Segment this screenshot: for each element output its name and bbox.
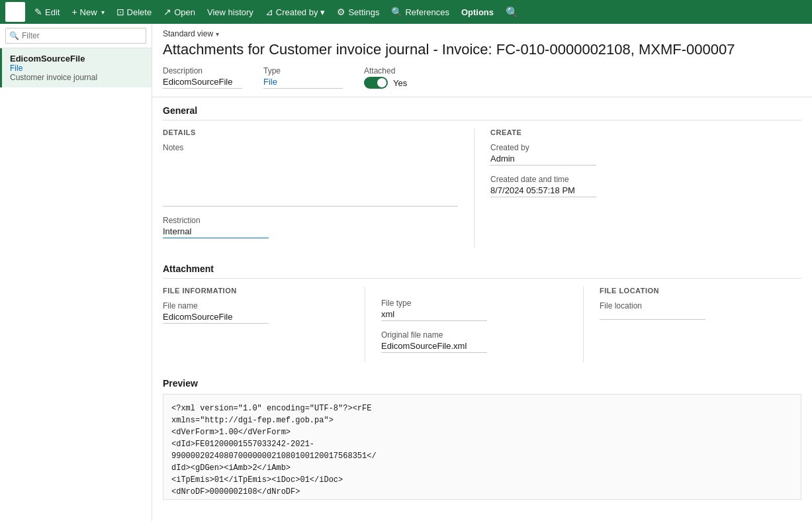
form-header-row: Description EdicomSourceFile Type File A… [152, 66, 812, 97]
sidebar: 🔍 EdicomSourceFile File Customer invoice… [0, 24, 152, 521]
file-name-value: EdicomSourceFile [163, 312, 269, 324]
attached-toggle[interactable] [364, 77, 388, 89]
create-col: CREATE Created by Admin Created date and… [474, 128, 801, 248]
notes-label: Notes [163, 143, 458, 152]
new-dropdown-icon: ▾ [101, 9, 105, 16]
preview-title: Preview [163, 378, 801, 389]
new-icon: + [71, 7, 77, 17]
details-title: DETAILS [163, 128, 458, 136]
open-icon: ↗ [163, 7, 171, 17]
sidebar-item-name: EdicomSourceFile [10, 54, 144, 64]
file-location-row: File location [600, 301, 786, 322]
type-value[interactable]: File [263, 77, 343, 89]
file-name-row: File name EdicomSourceFile [163, 301, 349, 324]
content-area: Standard view ▾ Attachments for Customer… [152, 24, 812, 521]
standard-view-dropdown-icon[interactable]: ▾ [216, 30, 219, 38]
restriction-label: Restriction [163, 216, 458, 225]
file-location-value [600, 318, 705, 320]
created-by-row: Created by Admin [490, 143, 786, 166]
notes-value[interactable] [163, 154, 458, 207]
create-title: CREATE [490, 128, 786, 136]
edit-icon: ✎ [34, 7, 42, 17]
svg-rect-2 [9, 13, 14, 18]
new-button[interactable]: + New ▾ [66, 4, 109, 20]
created-by-value: Admin [490, 154, 596, 166]
view-history-button[interactable]: View history [202, 5, 259, 20]
description-label: Description [163, 66, 242, 75]
filter-input[interactable] [5, 28, 146, 44]
general-section-title: General [163, 105, 801, 120]
attached-field: Attached Yes [364, 66, 407, 89]
created-by-button[interactable]: ⊿ Created by ▾ [260, 4, 331, 20]
attached-value: Yes [393, 78, 407, 88]
attachment-grid: FILE INFORMATION File name EdicomSourceF… [163, 287, 801, 362]
description-field: Description EdicomSourceFile [163, 66, 242, 89]
file-type-col: File type xml Original file name EdicomS… [365, 287, 583, 362]
preview-content[interactable]: <?xml version="1.0" encoding="UTF-8"?><r… [163, 394, 801, 500]
file-type-label: File type [381, 299, 567, 308]
sidebar-active-item[interactable]: EdicomSourceFile File Customer invoice j… [0, 48, 152, 87]
attachment-section: Attachment FILE INFORMATION File name Ed… [152, 256, 812, 370]
top-navigation: ✎ Edit + New ▾ ⊡ Delete ↗ Open View hist… [0, 0, 812, 24]
restriction-row: Restriction Internal [163, 216, 458, 238]
app-logo[interactable] [5, 2, 25, 22]
svg-rect-3 [17, 13, 21, 18]
file-location-title: FILE LOCATION [600, 287, 786, 295]
settings-icon: ⚙ [337, 7, 345, 17]
created-by-label: Created by [490, 143, 786, 152]
original-file-row: Original file name EdicomSourceFile.xml [381, 330, 567, 353]
options-button[interactable]: Options [456, 5, 499, 20]
created-date-value: 8/7/2024 05:57:18 PM [490, 185, 596, 197]
file-location-label: File location [600, 301, 786, 310]
created-date-row: Created date and time 8/7/2024 05:57:18 … [490, 175, 786, 197]
preview-section: Preview <?xml version="1.0" encoding="UT… [152, 370, 812, 508]
general-grid: DETAILS Notes Restriction Internal CREAT… [163, 128, 801, 248]
sidebar-item-type[interactable]: File [10, 64, 144, 73]
settings-button[interactable]: ⚙ Settings [332, 4, 384, 20]
filter-search-icon: 🔍 [9, 31, 19, 40]
notes-row: Notes [163, 143, 458, 207]
edit-button[interactable]: ✎ Edit [29, 4, 65, 20]
file-info-col: FILE INFORMATION File name EdicomSourceF… [163, 287, 365, 362]
created-by-dropdown-icon: ▾ [320, 7, 325, 17]
sidebar-filter-area: 🔍 [0, 24, 152, 48]
general-section: General DETAILS Notes Restriction Intern… [152, 97, 812, 256]
open-button[interactable]: ↗ Open [158, 4, 201, 20]
main-layout: 🔍 EdicomSourceFile File Customer invoice… [0, 24, 812, 521]
attachment-section-title: Attachment [163, 263, 801, 279]
sidebar-item-source: Customer invoice journal [10, 73, 144, 82]
references-icon: 🔍 [391, 7, 402, 17]
delete-icon: ⊡ [116, 7, 124, 17]
page-title: Attachments for Customer invoice journal… [152, 41, 812, 66]
svg-rect-1 [17, 6, 21, 11]
delete-button[interactable]: ⊡ Delete [111, 4, 158, 20]
file-name-label: File name [163, 301, 349, 310]
standard-view-bar: Standard view ▾ [152, 24, 812, 41]
original-file-value: EdicomSourceFile.xml [381, 341, 487, 353]
attached-label: Attached [364, 66, 407, 75]
description-value: EdicomSourceFile [163, 77, 242, 89]
type-label: Type [263, 66, 343, 75]
svg-rect-0 [9, 6, 14, 11]
file-location-col: FILE LOCATION File location [583, 287, 801, 362]
original-file-label: Original file name [381, 330, 567, 340]
standard-view-label[interactable]: Standard view [163, 29, 213, 38]
restriction-value[interactable]: Internal [163, 226, 269, 238]
file-info-title: FILE INFORMATION [163, 287, 349, 295]
filter-icon: ⊿ [265, 7, 273, 17]
search-button[interactable]: 🔍 [500, 3, 524, 21]
created-date-label: Created date and time [490, 175, 786, 184]
file-type-value: xml [381, 309, 487, 321]
type-field: Type File [263, 66, 343, 89]
file-type-row: File type xml [381, 299, 567, 321]
details-col: DETAILS Notes Restriction Internal [163, 128, 474, 248]
attached-toggle-wrap: Yes [364, 77, 407, 89]
references-button[interactable]: 🔍 References [386, 4, 454, 20]
